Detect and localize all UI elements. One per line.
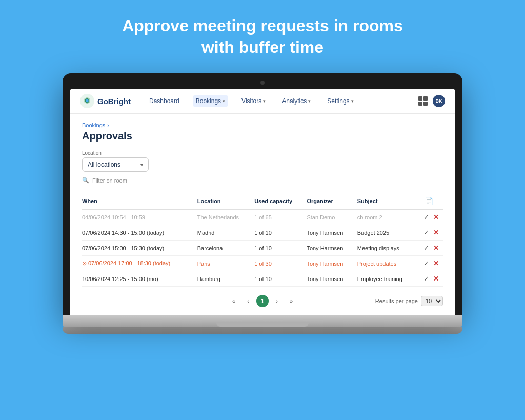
cell-location: Hamburg — [197, 271, 254, 287]
nav-analytics[interactable]: Analytics ▾ — [279, 95, 314, 107]
room-filter-placeholder: Filter on room — [92, 177, 127, 184]
reject-button[interactable]: ✕ — [433, 229, 439, 236]
results-per-page-select[interactable]: 10 25 50 — [421, 296, 443, 306]
doc-icon: 📄 — [425, 197, 433, 205]
analytics-chevron-icon: ▾ — [308, 98, 311, 104]
cell-capacity: 1 of 10 — [254, 271, 307, 287]
pagination-current[interactable]: 1 — [256, 295, 269, 307]
results-per-page-label: Results per page — [375, 298, 418, 304]
cell-subject: cb room 2 — [357, 210, 419, 225]
pagination: « ‹ 1 › » Results per page 10 25 50 — [82, 295, 443, 307]
cell-capacity: 1 of 65 — [254, 210, 307, 225]
table-row: 10/06/2024 12:25 - 15:00 (mo) Hamburg 1 … — [82, 271, 443, 287]
reject-button[interactable]: ✕ — [433, 259, 439, 267]
cell-subject: Meeting displays — [357, 241, 419, 256]
bookings-chevron-icon: ▾ — [223, 98, 225, 104]
table-header-row: When Location Used capacity Organizer Su… — [82, 194, 443, 210]
approve-button[interactable]: ✓ — [423, 229, 429, 236]
warning-icon: ⊙ — [82, 260, 87, 266]
breadcrumb: Bookings › — [82, 122, 443, 128]
nav-dashboard[interactable]: Dashboard — [146, 95, 183, 107]
col-location: Location — [197, 194, 254, 210]
col-subject: Subject — [357, 194, 419, 210]
laptop-frame: GoBright Dashboard Bookings ▾ Visitors ▾… — [63, 73, 462, 334]
cell-actions: ✓ ✕ — [419, 210, 443, 225]
cell-subject: Budget 2025 — [357, 225, 419, 241]
location-dropdown[interactable]: All locations ▾ — [82, 157, 149, 172]
cell-organizer: Tony Harmsen — [307, 225, 357, 241]
cell-actions: ✓ ✕ — [419, 241, 443, 256]
approvals-table: When Location Used capacity Organizer Su… — [82, 194, 443, 287]
app-screen: GoBright Dashboard Bookings ▾ Visitors ▾… — [70, 89, 455, 315]
cell-subject: Project updates — [357, 256, 419, 271]
breadcrumb-separator: › — [107, 122, 109, 128]
cell-capacity: 1 of 10 — [254, 225, 307, 241]
logo[interactable]: GoBright — [80, 94, 131, 108]
cell-organizer: Tony Harmsen — [307, 256, 357, 271]
pagination-last[interactable]: » — [285, 295, 297, 307]
table-row: 07/06/2024 15:00 - 15:30 (today) Barcelo… — [82, 241, 443, 256]
cell-capacity: 1 of 10 — [254, 241, 307, 256]
col-actions: 📄 — [419, 194, 443, 210]
cell-when: 07/06/2024 14:30 - 15:00 (today) — [82, 225, 197, 241]
cell-when: 10/06/2024 12:25 - 15:00 (mo) — [82, 271, 197, 287]
grid-view-icon[interactable] — [418, 96, 428, 106]
approve-button[interactable]: ✓ — [423, 275, 429, 283]
nav-visitors[interactable]: Visitors ▾ — [238, 95, 269, 107]
location-filter-label: Location — [82, 150, 443, 156]
camera-dot — [260, 81, 265, 85]
table-row: 07/06/2024 14:30 - 15:00 (today) Madrid … — [82, 225, 443, 241]
reject-button[interactable]: ✕ — [433, 213, 439, 221]
col-organizer: Organizer — [307, 194, 357, 210]
pagination-next[interactable]: › — [271, 295, 283, 307]
main-headline: Approve meeting requests in rooms with b… — [122, 15, 403, 58]
logo-icon — [80, 94, 94, 108]
col-capacity: Used capacity — [254, 194, 307, 210]
visitors-chevron-icon: ▾ — [263, 98, 266, 104]
logo-text: GoBright — [97, 97, 131, 106]
breadcrumb-parent[interactable]: Bookings — [82, 122, 105, 128]
cell-location: Paris — [197, 256, 254, 271]
approve-button[interactable]: ✓ — [423, 213, 429, 221]
room-filter[interactable]: 🔍 Filter on room — [82, 177, 443, 184]
cell-organizer: Tony Harmsen — [307, 271, 357, 287]
pagination-first[interactable]: « — [228, 295, 240, 307]
pagination-prev[interactable]: ‹ — [242, 295, 254, 307]
table-row: 04/06/2024 10:54 - 10:59 The Netherlands… — [82, 210, 443, 225]
results-per-page: Results per page 10 25 50 — [375, 296, 443, 306]
cell-organizer: Stan Demo — [307, 210, 357, 225]
table-row: ⊙07/06/2024 17:00 - 18:30 (today) Paris … — [82, 256, 443, 271]
cell-organizer: Tony Harmsen — [307, 241, 357, 256]
laptop-stand — [63, 327, 462, 334]
approve-button[interactable]: ✓ — [423, 259, 429, 267]
cell-when: 07/06/2024 15:00 - 15:30 (today) — [82, 241, 197, 256]
nav-bookings[interactable]: Bookings ▾ — [193, 95, 228, 107]
nav-right-area: BK — [418, 95, 445, 107]
cell-actions: ✓ ✕ — [419, 271, 443, 287]
search-icon: 🔍 — [82, 177, 89, 184]
approve-button[interactable]: ✓ — [423, 244, 429, 252]
user-avatar[interactable]: BK — [433, 95, 445, 107]
cell-actions: ✓ ✕ — [419, 256, 443, 271]
cell-when: ⊙07/06/2024 17:00 - 18:30 (today) — [82, 256, 197, 271]
nav-settings[interactable]: Settings ▾ — [324, 95, 356, 107]
location-value: All locations — [88, 161, 120, 168]
reject-button[interactable]: ✕ — [433, 275, 439, 283]
cell-capacity: 1 of 30 — [254, 256, 307, 271]
location-chevron-icon: ▾ — [140, 162, 143, 168]
cell-location: Madrid — [197, 225, 254, 241]
reject-button[interactable]: ✕ — [433, 244, 439, 252]
laptop-base — [63, 315, 462, 327]
cell-actions: ✓ ✕ — [419, 225, 443, 241]
settings-chevron-icon: ▾ — [351, 98, 354, 104]
top-nav: GoBright Dashboard Bookings ▾ Visitors ▾… — [70, 89, 455, 114]
cell-location: Barcelona — [197, 241, 254, 256]
cell-location: The Netherlands — [197, 210, 254, 225]
page-title: Approvals — [82, 130, 443, 142]
cell-when: 04/06/2024 10:54 - 10:59 — [82, 210, 197, 225]
col-when: When — [82, 194, 197, 210]
location-filter: Location All locations ▾ — [82, 150, 443, 172]
cell-subject: Employee training — [357, 271, 419, 287]
